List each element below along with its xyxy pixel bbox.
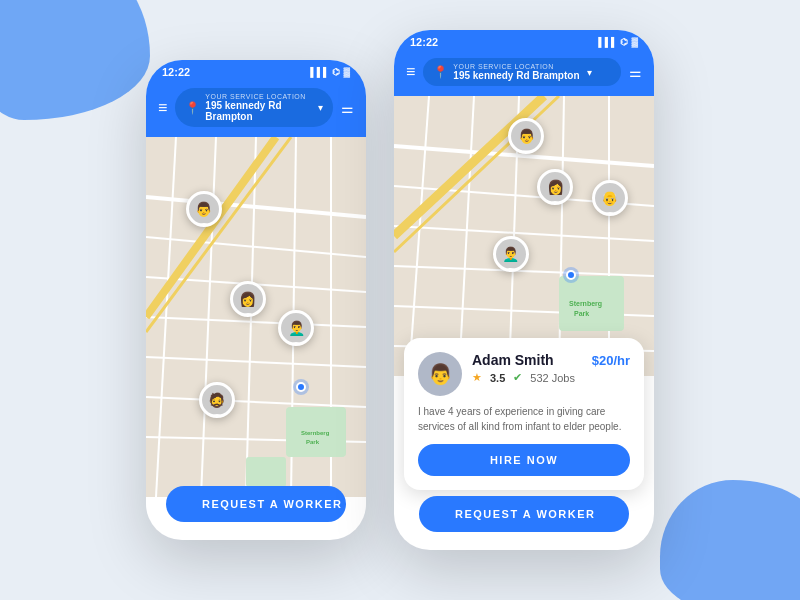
avatar-pin-left-2[interactable]: 👩 xyxy=(230,281,266,317)
phone-left: 12:22 ▌▌▌ ⌬ ▓ ≡ 📍 YOUR SERVICE LOCATION … xyxy=(146,60,366,540)
worker-avatar: 👨 xyxy=(418,352,462,396)
request-worker-btn-right[interactable]: REQUEST A WORKER xyxy=(419,496,629,532)
location-dot-left xyxy=(296,382,306,392)
worker-name-row: Adam Smith $20/hr xyxy=(472,352,630,368)
rating: 3.5 xyxy=(490,372,505,384)
hamburger-icon-left[interactable]: ≡ xyxy=(158,99,167,117)
status-bar-left: 12:22 ▌▌▌ ⌬ ▓ xyxy=(146,60,366,82)
worker-card: 👨 Adam Smith $20/hr ★ 3.5 ✔ 532 Jobs I h… xyxy=(404,338,644,490)
svg-rect-18 xyxy=(246,457,286,487)
avatar-pin-right-3[interactable]: 👨‍🦱 xyxy=(493,236,529,272)
location-info-right: YOUR SERVICE LOCATION 195 kennedy Rd Bra… xyxy=(453,63,579,81)
address-left: 195 kennedy Rd Brampton xyxy=(205,100,311,122)
status-icons-left: ▌▌▌ ⌬ ▓ xyxy=(310,67,350,77)
map-bg-left: Sternberg Park BROADWAY TRIANGLE xyxy=(146,137,366,497)
location-pill-left[interactable]: 📍 YOUR SERVICE LOCATION 195 kennedy Rd B… xyxy=(175,88,333,127)
worker-info: Adam Smith $20/hr ★ 3.5 ✔ 532 Jobs xyxy=(472,352,630,384)
svg-text:Park: Park xyxy=(574,310,589,317)
blob-bottom-right xyxy=(660,480,800,600)
battery-icon-right: ▓ xyxy=(631,37,638,47)
status-icons-right: ▌▌▌ ⌬ ▓ xyxy=(598,37,638,47)
chevron-icon-left: ▾ xyxy=(318,102,323,113)
service-label-left: YOUR SERVICE LOCATION xyxy=(205,93,311,100)
header-left: ≡ 📍 YOUR SERVICE LOCATION 195 kennedy Rd… xyxy=(146,82,366,137)
request-worker-btn-left[interactable]: REQUEST A WORKER xyxy=(166,486,346,522)
service-label-right: YOUR SERVICE LOCATION xyxy=(453,63,579,70)
chevron-icon-right: ▾ xyxy=(587,67,592,78)
wifi-icon-right: ⌬ xyxy=(620,37,628,47)
worker-header: 👨 Adam Smith $20/hr ★ 3.5 ✔ 532 Jobs xyxy=(418,352,630,396)
pin-icon-left: 📍 xyxy=(185,101,200,115)
address-right: 195 kennedy Rd Brampton xyxy=(453,70,579,81)
avatar-pin-left-3[interactable]: 👨‍🦱 xyxy=(278,310,314,346)
avatar-pin-right-4[interactable]: 👴 xyxy=(592,180,628,216)
avatar-pin-left-1[interactable]: 👨 xyxy=(186,191,222,227)
phone-right: 12:22 ▌▌▌ ⌬ ▓ ≡ 📍 YOUR SERVICE LOCATION … xyxy=(394,30,654,550)
time-left: 12:22 xyxy=(162,66,190,78)
map-area-left: Sternberg Park BROADWAY TRIANGLE 👨 👩 👨‍🦱… xyxy=(146,137,366,497)
hire-now-button[interactable]: HIRE NOW xyxy=(418,444,630,476)
map-area-right: Sternberg Park 👨 👩 👨‍🦱 👴 xyxy=(394,96,654,376)
wifi-icon-left: ⌬ xyxy=(332,67,340,77)
header-right: ≡ 📍 YOUR SERVICE LOCATION 195 kennedy Rd… xyxy=(394,52,654,96)
phones-wrapper: 12:22 ▌▌▌ ⌬ ▓ ≡ 📍 YOUR SERVICE LOCATION … xyxy=(146,30,654,550)
time-right: 12:22 xyxy=(410,36,438,48)
battery-icon-left: ▓ xyxy=(343,67,350,77)
jobs-count: 532 Jobs xyxy=(530,372,575,384)
location-info-left: YOUR SERVICE LOCATION 195 kennedy Rd Bra… xyxy=(205,93,311,122)
avatar-pin-right-2[interactable]: 👩 xyxy=(537,169,573,205)
location-dot-right xyxy=(566,270,576,280)
signal-icon-left: ▌▌▌ xyxy=(310,67,329,77)
worker-meta: ★ 3.5 ✔ 532 Jobs xyxy=(472,371,630,384)
star-icon: ★ xyxy=(472,371,482,384)
svg-text:Sternberg: Sternberg xyxy=(569,300,602,308)
svg-text:Sternberg: Sternberg xyxy=(301,430,330,436)
svg-text:Park: Park xyxy=(306,439,320,445)
filter-icon-left[interactable]: ⚌ xyxy=(341,100,354,116)
hamburger-icon-right[interactable]: ≡ xyxy=(406,63,415,81)
blob-top-left xyxy=(0,0,150,120)
avatar-pin-left-4[interactable]: 🧔 xyxy=(199,382,235,418)
check-icon: ✔ xyxy=(513,371,522,384)
location-pill-right[interactable]: 📍 YOUR SERVICE LOCATION 195 kennedy Rd B… xyxy=(423,58,621,86)
worker-name: Adam Smith xyxy=(472,352,554,368)
filter-icon-right[interactable]: ⚌ xyxy=(629,64,642,80)
worker-description: I have 4 years of experience in giving c… xyxy=(418,404,630,434)
status-bar-right: 12:22 ▌▌▌ ⌬ ▓ xyxy=(394,30,654,52)
signal-icon-right: ▌▌▌ xyxy=(598,37,617,47)
worker-rate: $20/hr xyxy=(592,353,630,368)
pin-icon-right: 📍 xyxy=(433,65,448,79)
